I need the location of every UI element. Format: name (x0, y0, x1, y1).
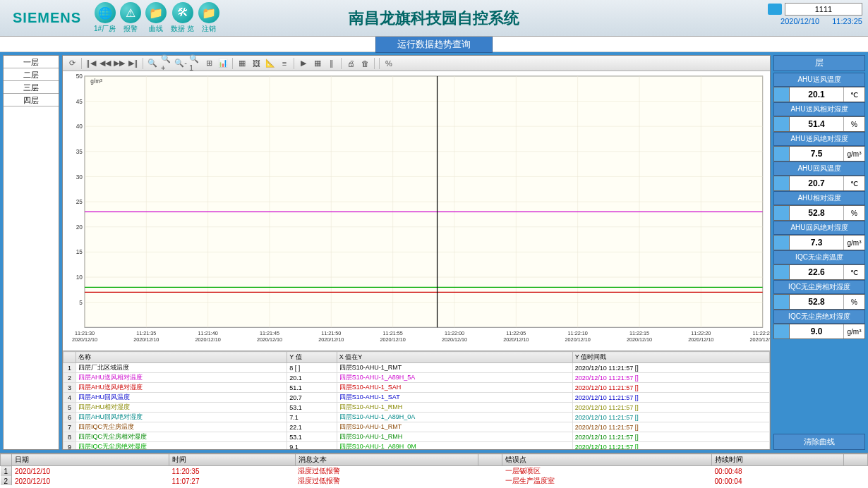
toolbar-btn-16[interactable]: ▦ (311, 57, 324, 70)
floor-item-4[interactable]: 四层 (4, 94, 59, 106)
svg-text:2020/12/10: 2020/12/10 (318, 336, 344, 343)
log-header (843, 454, 867, 466)
toolbar-btn-3[interactable]: ▶▶ (113, 57, 126, 70)
legend-x: 四层S10-AHU-1_SAH (337, 383, 572, 393)
row-num: 2 (64, 373, 76, 383)
metric-toggle-1[interactable] (774, 117, 790, 131)
svg-text:10: 10 (76, 274, 83, 281)
toolbar-btn-7[interactable]: 🔍- (174, 57, 187, 70)
metric-label-3: AHU回风温度 (773, 161, 865, 176)
folder-icon: 📁 (145, 2, 167, 23)
svg-text:2020/12/10: 2020/12/10 (627, 336, 652, 343)
log-date: 2020/12/10 (12, 466, 169, 477)
metric-value-0: 20.1 (790, 87, 843, 102)
metric-toggle-5[interactable] (774, 236, 790, 250)
log-point: 一层生产温度室 (502, 476, 712, 485)
metric-row-3: 20.7 ℃ (773, 176, 865, 191)
chart-toolbar: ⟳‖◀◀◀▶▶▶‖🔍🔍+🔍-🔍1⊞📊▦🖼📐≡▶▦‖🖨🗑% (63, 56, 770, 71)
metric-row-4: 52.8 % (773, 205, 865, 221)
chart-area[interactable]: 510152025303540455011:21:302020/12/1011:… (63, 71, 770, 350)
toolbar-btn-0[interactable]: ⟳ (66, 57, 78, 70)
log-header: 消息文本 (295, 454, 478, 466)
toolbar-btn-1[interactable]: ‖◀ (85, 57, 97, 70)
toolbar-btn-12[interactable]: 🖼 (250, 57, 263, 70)
metric-toggle-6[interactable] (774, 265, 790, 279)
svg-text:30: 30 (76, 174, 83, 181)
row-num: 8 (64, 432, 76, 442)
toolbar-btn-2[interactable]: ◀◀ (99, 57, 111, 70)
metric-toggle-4[interactable] (774, 206, 790, 220)
metric-toggle-3[interactable] (774, 176, 790, 190)
metric-value-6: 22.6 (790, 265, 843, 279)
log-header: 日期 (12, 454, 169, 466)
svg-text:5: 5 (79, 300, 83, 306)
legend-row[interactable]: 5 四层AHU相对湿度 53.1 四层S10-AHU-1_RMH 2020/12… (64, 403, 770, 413)
legend-row[interactable]: 1 四层厂北区域温度 8 [ ] 四层S10-AHU-1_RMT 2020/12… (64, 363, 770, 373)
log-header: 时间 (169, 454, 296, 466)
toolbar-btn-19[interactable]: 🗑 (358, 57, 371, 70)
nav-alert[interactable]: ⚠报警 (120, 2, 141, 34)
floor-item-2[interactable]: 二层 (4, 68, 59, 81)
row-num: 7 (64, 422, 76, 432)
legend-table-inner: 名称Y 值X 值在YY 值时间戳 1 四层厂北区域温度 8 [ ] 四层S10-… (63, 351, 770, 449)
floor-item-1[interactable]: 一层 (4, 56, 59, 68)
legend-row[interactable]: 7 四层IQC无尘房温度 22.1 四层S10-AHU-1_RMT 2020/1… (64, 422, 770, 432)
page-subtitle: 运行数据趋势查询 (375, 36, 493, 53)
legend-table[interactable]: 名称Y 值X 值在YY 值时间戳 1 四层厂北区域温度 8 [ ] 四层S10-… (63, 350, 770, 449)
svg-text:11:21:50: 11:21:50 (321, 330, 341, 336)
metric-value-7: 52.8 (790, 295, 843, 309)
nav-tools[interactable]: 🛠数据 览 (171, 2, 194, 34)
main-area: 一层二层三层四层 ⟳‖◀◀◀▶▶▶‖🔍🔍+🔍-🔍1⊞📊▦🖼📐≡▶▦‖🖨🗑% 51… (0, 52, 868, 453)
user-box: 1111 2020/12/10 11:23:25 (768, 3, 862, 25)
toolbar-btn-6[interactable]: 🔍+ (160, 57, 173, 70)
toolbar-btn-8[interactable]: 🔍1 (188, 57, 201, 70)
legend-val: 20.7 (287, 393, 337, 403)
legend-ts: 2020/12/10 11:21:57 [] (572, 442, 769, 450)
nav-folder[interactable]: 📁注销 (198, 2, 219, 34)
metric-toggle-7[interactable] (774, 295, 790, 309)
legend-x: 四层S10-AHU-1_RMT (337, 363, 572, 373)
legend-name: 四层AHU回风绝对湿度 (76, 413, 287, 422)
toolbar-btn-11[interactable]: ▦ (236, 57, 248, 70)
legend-name: 四层AHU送风相对温度 (76, 373, 287, 383)
alarm-log[interactable]: 日期时间消息文本错误点持续时间 1 2020/12/10 11:20:35 湿度… (0, 453, 868, 485)
user-name-field[interactable]: 1111 (785, 3, 862, 16)
legend-row[interactable]: 8 四层IQC无尘房相对湿度 53.1 四层S10-AHU-1_RMH 2020… (64, 432, 770, 442)
legend-val: 20.1 (287, 373, 337, 383)
floor-item-3[interactable]: 三层 (4, 81, 59, 94)
log-header (1, 454, 12, 466)
tools-icon: 🛠 (172, 2, 193, 23)
metric-unit-3: ℃ (843, 176, 864, 190)
toolbar-btn-4[interactable]: ▶‖ (127, 57, 140, 70)
toolbar-btn-10[interactable]: 📊 (217, 57, 229, 70)
clear-curves-button[interactable]: 清除曲线 (773, 434, 865, 450)
legend-x: 四层S10-AHU-1_RMT (337, 422, 572, 432)
toolbar-btn-21[interactable]: % (382, 57, 395, 70)
metric-label-8: IQC无尘房绝对湿度 (773, 310, 865, 324)
toolbar-btn-15[interactable]: ▶ (297, 57, 310, 70)
log-row[interactable]: 2 2020/12/10 11:07:27 湿度过低报警 一层生产温度室 00:… (1, 476, 868, 485)
nav-folder[interactable]: 📁曲线 (145, 2, 167, 34)
legend-row[interactable]: 2 四层AHU送风相对温度 20.1 四层S10-AHU-1_A89H_5A 2… (64, 373, 770, 383)
toolbar-btn-13[interactable]: 📐 (264, 57, 277, 70)
legend-name: 四层AHU回风温度 (76, 393, 287, 403)
legend-row[interactable]: 4 四层AHU回风温度 20.7 四层S10-AHU-1_SAT 2020/12… (64, 393, 770, 403)
toolbar-btn-9[interactable]: ⊞ (203, 57, 215, 70)
legend-row[interactable]: 3 四层AHU送风绝对湿度 51.1 四层S10-AHU-1_SAH 2020/… (64, 383, 770, 393)
metric-toggle-0[interactable] (774, 87, 790, 102)
legend-row[interactable]: 6 四层AHU回风绝对湿度 7.1 四层S10-AHU-1_A89H_0A 20… (64, 413, 770, 422)
log-row[interactable]: 1 2020/12/10 11:20:35 湿度过低报警 一层钣喷区 00:00… (1, 466, 868, 477)
toolbar-btn-5[interactable]: 🔍 (146, 57, 159, 70)
legend-val: 22.1 (287, 422, 337, 432)
legend-row[interactable]: 9 四层IQC无尘房绝对湿度 9.1 四层S10-AHU-1_A89H_0M 2… (64, 442, 770, 450)
toolbar-btn-18[interactable]: 🖨 (344, 57, 357, 70)
toolbar-btn-14[interactable]: ≡ (278, 57, 291, 70)
metric-toggle-2[interactable] (774, 147, 790, 161)
legend-name: 四层AHU送风绝对湿度 (76, 383, 287, 393)
nav-globe[interactable]: 🌐1#厂房 (94, 2, 116, 34)
metric-toggle-8[interactable] (774, 324, 790, 338)
trend-chart[interactable]: 510152025303540455011:21:302020/12/1011:… (63, 71, 770, 350)
toolbar-btn-17[interactable]: ‖ (325, 57, 338, 70)
nav-label: 数据 览 (171, 24, 194, 34)
legend-ts: 2020/12/10 11:21:57 [] (572, 393, 769, 403)
